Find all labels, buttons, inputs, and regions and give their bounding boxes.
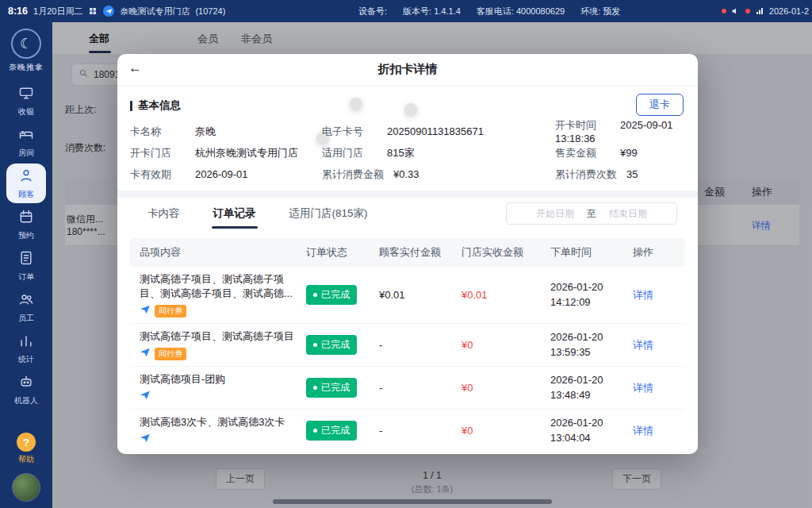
env-label: 环境: 预发 [580,6,620,17]
modal-tabs: 卡内容 订单记录 适用门店(815家) [146,200,370,230]
sidebar-item-stats[interactable]: 统计 [6,329,46,368]
card-info-grid: 卡名称奈晚 电子卡号20250901131835671 开卡时间2025-09-… [130,121,685,185]
speaker-icon[interactable] [731,6,741,16]
booking-icon [18,209,34,228]
gaode-channel-icon [140,433,151,446]
sidebar-item-booking[interactable]: 预约 [6,205,46,244]
order-detail-link[interactable]: 详情 [633,425,653,437]
order-table-header: 品项内容 订单状态 顾客实付金额 门店实收金额 下单时间 操作 [130,238,685,267]
col-paid: 顾客实付金额 [370,245,452,260]
col-action: 操作 [623,245,685,260]
start-date-input[interactable]: 开始日期 [536,207,574,221]
order-row: 测试高德项目-团购 已完成 - ¥0 2026-01-2013:48:49 详情 [130,367,685,410]
status-dot [313,343,317,347]
tonghang-coupon-tag: 同行券 [155,305,186,318]
status-dot [313,293,317,297]
end-date-input[interactable]: 结束日期 [609,207,647,221]
info-field: 电子卡号20250901131835671 [322,125,555,139]
sidebar-item-customer[interactable]: 顾客 [6,164,46,203]
room-icon [18,126,34,145]
store-name[interactable]: 奈晚测试专用门店 [120,6,190,17]
tab-applicable-stores[interactable]: 适用门店(815家) [288,200,370,230]
basic-info-section-title: 基本信息 [130,98,181,113]
status-dot [313,386,317,390]
clock: 8:16 [8,6,28,17]
info-field: 适用门店815家 [322,146,555,160]
loading-dot [350,98,362,110]
app-logo-text: 奈晚推拿 [0,62,52,73]
modal-header: ← 折扣卡详情 [117,54,698,86]
discount-card-detail-modal: ← 折扣卡详情 基本信息 退卡 卡名称奈晚 电子卡号20250901131835… [117,54,698,454]
help-icon: ? [17,433,36,452]
received-amount: ¥0 [452,382,541,394]
modal-title: 折扣卡详情 [378,62,438,77]
order-detail-link[interactable]: 详情 [633,382,653,394]
back-icon[interactable]: ← [128,60,142,76]
screen: 8:16 1月20日周二 奈晚测试专用门店 (10724) 设备号: 版本号: … [0,0,812,508]
sidebar-nav: 收银 房间 顾客 预约 订单 员工 [0,81,52,410]
staff-icon [18,291,34,310]
loading-dot [404,103,417,116]
topbar-info: 设备号: 版本号: 1.4.1.4 客服电话: 4000080629 环境: 预… [358,0,620,22]
info-field: 开卡门店杭州奈晚测试专用门店 [130,146,322,160]
refund-card-button[interactable]: 退卡 [636,94,684,116]
col-status: 订单状态 [297,245,370,260]
sidebar-item-cashier[interactable]: 收银 [6,81,46,121]
system-date: 2026-01-2 [769,6,809,16]
status-badge: 已完成 [306,285,357,305]
tonghang-coupon-tag: 同行券 [155,348,186,360]
customer-icon [18,167,34,187]
col-items: 品项内容 [130,245,297,260]
sidebar-item-room[interactable]: 房间 [6,122,46,162]
sidebar-item-staff[interactable]: 员工 [6,287,46,327]
paid-amount: ¥0.01 [370,289,452,301]
order-detail-link[interactable]: 详情 [633,339,653,351]
order-time: 2026-01-2013:04:04 [541,416,623,446]
tab-card-content[interactable]: 卡内容 [146,200,182,230]
status-badge: 已完成 [306,335,357,355]
date-label: 1月20日周二 [33,6,82,17]
order-time: 2026-01-2013:59:35 [541,330,623,360]
order-time: 2026-01-2013:48:49 [541,373,623,403]
sidebar-item-robot[interactable]: 机器人 [6,370,46,410]
topbar: 8:16 1月20日周二 奈晚测试专用门店 (10724) 设备号: 版本号: … [0,0,812,22]
col-time: 下单时间 [541,245,623,260]
topbar-right: 2026-01-2 [722,0,809,22]
order-icon [18,250,34,269]
order-items-text: 测试高德项目-团购 [140,372,297,387]
signal-icon[interactable] [755,6,764,16]
app-logo: ☾ 奈晚推拿 [0,22,52,73]
section-divider [117,190,698,198]
cashier-icon [18,85,34,104]
help-button[interactable]: ? 帮助 [17,433,36,465]
tab-order-records[interactable]: 订单记录 [212,200,258,230]
notification-dot [722,9,726,13]
paid-amount: - [370,425,452,437]
version-label: 版本号: 1.4.1.4 [403,6,461,17]
order-records-table: 品项内容 订单状态 顾客实付金额 门店实收金额 下单时间 操作 测试高德子项目、… [130,238,685,452]
order-row: 测试高德子项目、测试高德子项目、测试高德子项目、测试高德... 同行券 已完成 … [130,267,685,324]
date-range-to-label: 至 [587,207,596,221]
gaode-channel-icon [140,304,151,318]
device-label: 设备号: [358,6,387,17]
received-amount: ¥0.01 [452,289,541,301]
order-detail-link[interactable]: 详情 [633,289,653,301]
service-phone-label: 客服电话: 4000080629 [477,6,565,17]
sidebar-bottom: ? 帮助 [0,433,52,502]
moon-logo-icon: ☾ [11,29,41,59]
sidebar: ☾ 奈晚推拿 收银 房间 顾客 预约 订单 [0,22,52,508]
notification-dot [745,9,750,13]
robot-icon [18,374,34,393]
sidebar-item-order[interactable]: 订单 [6,246,46,286]
received-amount: ¥0 [452,425,541,437]
status-badge: 已完成 [306,421,357,441]
date-range-picker[interactable]: 开始日期 至 结束日期 [506,202,677,225]
order-items-text: 测试高德3次卡、测试高德3次卡 [140,415,297,429]
col-received: 门店实收金额 [452,245,541,260]
info-field: 卡有效期2026-09-01 [130,167,322,182]
received-amount: ¥0 [452,339,541,351]
store-badge-icon [103,6,114,17]
avatar[interactable] [12,473,40,502]
apps-grid-icon[interactable] [88,6,98,16]
order-items-text: 测试高德子项目、测试高德子项目 [140,329,297,344]
